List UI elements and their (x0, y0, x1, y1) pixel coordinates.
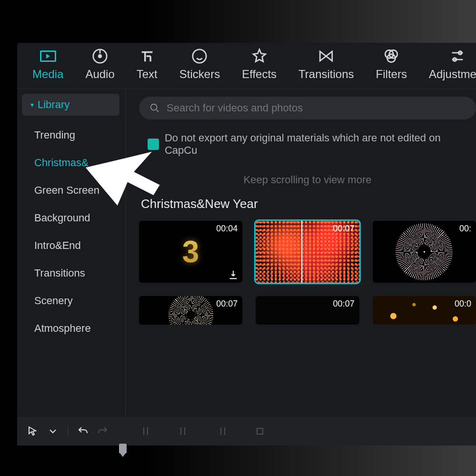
export-note-text: Do not export any original materials whi… (165, 132, 476, 157)
clip-duration: 00:0 (455, 299, 471, 309)
sidebar-item-label: Green Screen (34, 184, 99, 196)
effects-icon (251, 48, 268, 65)
tab-media[interactable]: Media (30, 47, 65, 82)
sidebar-item-label: Scenery (34, 295, 73, 307)
sidebar-item-transitions[interactable]: Transitions (17, 259, 125, 287)
clip-duration: 00:07 (216, 299, 238, 309)
search-icon (149, 103, 160, 113)
pointer-tool[interactable] (25, 423, 41, 439)
media-icon (40, 48, 57, 65)
svg-rect-9 (257, 428, 263, 434)
audio-icon (91, 48, 109, 65)
adjustment-icon (449, 48, 466, 65)
tab-label: Audio (85, 68, 114, 81)
sidebar-item-atmosphere[interactable]: Atmosphere (17, 315, 125, 342)
split-tool[interactable] (138, 423, 154, 439)
sidebar-item-label: Background (34, 212, 90, 224)
section-title: Christmas&New Year (141, 197, 476, 211)
sidebar-item-label: Intro&End (34, 239, 81, 251)
tab-filters[interactable]: Filters (374, 47, 409, 82)
crop-tool[interactable] (252, 423, 268, 439)
text-icon (139, 48, 156, 65)
clip-grid-row-2: 00:07 00:07 00:0 (139, 296, 476, 325)
clip-thumbnail[interactable]: 3 00:04 (139, 221, 242, 283)
svg-point-8 (151, 104, 157, 110)
filters-icon (383, 48, 400, 65)
clip-duration: 00: (459, 224, 471, 234)
tab-text[interactable]: Text (135, 47, 159, 82)
top-tabs: Media Audio Text Stickers Effects Transi… (17, 43, 476, 89)
search-input[interactable] (167, 102, 466, 114)
clip-thumbnail[interactable]: 00:07 (256, 221, 359, 283)
chevron-down-icon[interactable] (45, 423, 61, 439)
tab-audio[interactable]: Audio (83, 47, 116, 82)
clip-duration: 00:07 (333, 224, 355, 234)
transitions-icon (317, 48, 335, 65)
svg-point-1 (99, 55, 101, 58)
sidebar-item-intro-end[interactable]: Intro&End (17, 232, 125, 259)
clip-duration: 00:07 (333, 299, 355, 309)
clip-thumbnail[interactable]: 00:0 (373, 296, 476, 325)
svg-point-2 (193, 50, 206, 63)
tab-label: Text (137, 68, 158, 81)
redo-button[interactable] (95, 423, 111, 439)
split-left-tool[interactable] (176, 423, 192, 439)
sidebar-item-label: Trending (34, 129, 75, 141)
stickers-icon (191, 48, 208, 65)
tab-label: Transitions (298, 68, 354, 81)
sidebar-item-background[interactable]: Background (17, 204, 125, 232)
clip-duration: 00:04 (216, 224, 238, 234)
export-note: Do not export any original materials whi… (148, 132, 476, 157)
sidebar-item-label: Atmosphere (34, 322, 91, 334)
sidebar-item-label: Transitions (34, 267, 85, 279)
app-window: Media Audio Text Stickers Effects Transi… (17, 43, 476, 428)
tab-label: Effects (242, 68, 277, 81)
tab-adjustment[interactable]: Adjustment (427, 47, 476, 82)
sidebar-header-label: Library (38, 99, 69, 111)
playhead[interactable] (119, 444, 127, 453)
search-bar[interactable] (139, 97, 476, 119)
undo-button[interactable] (75, 423, 91, 439)
split-right-tool[interactable] (214, 423, 230, 439)
clip-grid: 3 00:04 00:07 00: (139, 221, 476, 283)
countdown-3-thumb: 3 (182, 234, 199, 269)
toolbar-divider (68, 425, 68, 437)
scroll-hint: Keep scrolling to view more (139, 174, 476, 186)
preview-scrubber[interactable] (301, 221, 302, 283)
tab-transitions[interactable]: Transitions (297, 47, 356, 82)
tab-label: Media (32, 68, 63, 81)
tab-label: Filters (376, 68, 407, 81)
tab-label: Adjustment (429, 68, 476, 81)
main-panel: Do not export any original materials whi… (126, 89, 476, 427)
tab-stickers[interactable]: Stickers (178, 47, 222, 82)
sidebar-item-scenery[interactable]: Scenery (17, 287, 125, 315)
clip-thumbnail[interactable]: 00:07 (139, 296, 242, 325)
clip-thumbnail[interactable]: 00: (373, 221, 476, 283)
sidebar-header-library[interactable]: Library (22, 94, 119, 116)
download-icon[interactable] (228, 269, 238, 280)
tab-label: Stickers (179, 68, 220, 81)
clip-thumbnail[interactable]: 00:07 (256, 296, 359, 325)
tab-effects[interactable]: Effects (240, 47, 278, 82)
timeline-toolbar (17, 417, 476, 446)
